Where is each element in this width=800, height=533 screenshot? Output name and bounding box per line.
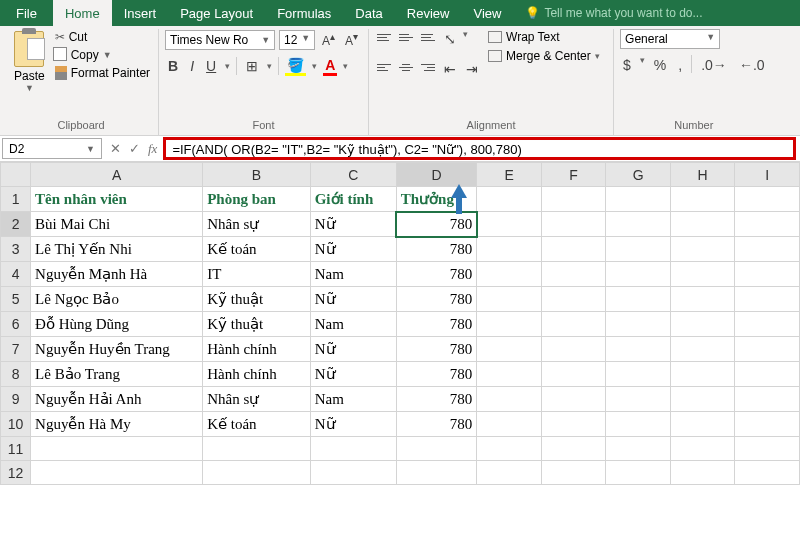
cell-H3[interactable]: [670, 237, 735, 262]
underline-button[interactable]: U: [203, 56, 219, 76]
tab-page-layout[interactable]: Page Layout: [168, 0, 265, 26]
col-head-D[interactable]: D: [396, 163, 477, 187]
cell-B6[interactable]: Kỹ thuật: [203, 312, 311, 337]
row-head-11[interactable]: 11: [1, 437, 31, 461]
cell-E9[interactable]: [477, 387, 542, 412]
row-head-2[interactable]: 2: [1, 212, 31, 237]
cell-E3[interactable]: [477, 237, 542, 262]
increase-font-button[interactable]: A▴: [319, 29, 338, 50]
row-head-3[interactable]: 3: [1, 237, 31, 262]
cell-E1[interactable]: [477, 187, 542, 212]
cut-button[interactable]: ✂Cut: [53, 29, 152, 45]
cell-B10[interactable]: Kế toán: [203, 412, 311, 437]
cell-E6[interactable]: [477, 312, 542, 337]
align-bottom-button[interactable]: [419, 29, 437, 45]
cell-F10[interactable]: [541, 412, 606, 437]
tab-data[interactable]: Data: [343, 0, 394, 26]
col-head-G[interactable]: G: [606, 163, 671, 187]
align-center-button[interactable]: [397, 59, 415, 75]
cell-C2[interactable]: Nữ: [310, 212, 396, 237]
cell-G8[interactable]: [606, 362, 671, 387]
cell-A1[interactable]: Tên nhân viên: [31, 187, 203, 212]
cell-F12[interactable]: [541, 461, 606, 485]
cell-I4[interactable]: [735, 262, 800, 287]
cell-G12[interactable]: [606, 461, 671, 485]
cell-B2[interactable]: Nhân sự: [203, 212, 311, 237]
cell-A7[interactable]: Nguyễn Huyền Trang: [31, 337, 203, 362]
fx-icon[interactable]: fx: [148, 141, 157, 157]
cell-I3[interactable]: [735, 237, 800, 262]
decrease-font-button[interactable]: A▾: [342, 29, 361, 50]
cell-E4[interactable]: [477, 262, 542, 287]
cell-H8[interactable]: [670, 362, 735, 387]
enter-formula-icon[interactable]: ✓: [129, 141, 140, 156]
cell-A4[interactable]: Nguyễn Mạnh Hà: [31, 262, 203, 287]
cell-C12[interactable]: [310, 461, 396, 485]
cell-I7[interactable]: [735, 337, 800, 362]
cell-B12[interactable]: [203, 461, 311, 485]
formula-input[interactable]: =IF(AND( OR(B2= "IT",B2= "Kỹ thuật"), C2…: [163, 137, 796, 160]
align-top-button[interactable]: [375, 29, 393, 45]
cell-G11[interactable]: [606, 437, 671, 461]
tell-me[interactable]: 💡Tell me what you want to do...: [513, 0, 714, 26]
cell-E2[interactable]: [477, 212, 542, 237]
cell-E10[interactable]: [477, 412, 542, 437]
row-head-1[interactable]: 1: [1, 187, 31, 212]
cell-C11[interactable]: [310, 437, 396, 461]
cell-E5[interactable]: [477, 287, 542, 312]
cell-F9[interactable]: [541, 387, 606, 412]
name-box[interactable]: D2▼: [2, 138, 102, 159]
row-head-6[interactable]: 6: [1, 312, 31, 337]
cell-A12[interactable]: [31, 461, 203, 485]
cell-A8[interactable]: Lê Bảo Trang: [31, 362, 203, 387]
cell-B8[interactable]: Hành chính: [203, 362, 311, 387]
cell-D3[interactable]: 780: [396, 237, 477, 262]
cell-G7[interactable]: [606, 337, 671, 362]
cell-C6[interactable]: Nam: [310, 312, 396, 337]
cell-C4[interactable]: Nam: [310, 262, 396, 287]
cell-E11[interactable]: [477, 437, 542, 461]
row-head-4[interactable]: 4: [1, 262, 31, 287]
col-head-E[interactable]: E: [477, 163, 542, 187]
cell-H2[interactable]: [670, 212, 735, 237]
tab-file[interactable]: File: [0, 0, 53, 26]
cell-D10[interactable]: 780: [396, 412, 477, 437]
cell-D5[interactable]: 780: [396, 287, 477, 312]
cell-H1[interactable]: [670, 187, 735, 212]
cancel-formula-icon[interactable]: ✕: [110, 141, 121, 156]
italic-button[interactable]: I: [187, 56, 197, 76]
cell-F5[interactable]: [541, 287, 606, 312]
row-head-5[interactable]: 5: [1, 287, 31, 312]
cell-G1[interactable]: [606, 187, 671, 212]
cell-D11[interactable]: [396, 437, 477, 461]
decrease-decimal-button[interactable]: ←.0: [736, 55, 768, 75]
cell-D7[interactable]: 780: [396, 337, 477, 362]
cell-H12[interactable]: [670, 461, 735, 485]
spreadsheet-grid[interactable]: ABCDEFGHI1Tên nhân viênPhòng banGiới tín…: [0, 162, 800, 485]
cell-D9[interactable]: 780: [396, 387, 477, 412]
increase-indent-button[interactable]: ⇥: [463, 59, 481, 79]
col-head-A[interactable]: A: [31, 163, 203, 187]
cell-I9[interactable]: [735, 387, 800, 412]
cell-H9[interactable]: [670, 387, 735, 412]
col-head-I[interactable]: I: [735, 163, 800, 187]
row-head-12[interactable]: 12: [1, 461, 31, 485]
cell-B5[interactable]: Kỹ thuật: [203, 287, 311, 312]
select-all-corner[interactable]: [1, 163, 31, 187]
cell-I1[interactable]: [735, 187, 800, 212]
cell-D6[interactable]: 780: [396, 312, 477, 337]
cell-I8[interactable]: [735, 362, 800, 387]
cell-F6[interactable]: [541, 312, 606, 337]
increase-decimal-button[interactable]: .0→: [698, 55, 730, 75]
cell-I11[interactable]: [735, 437, 800, 461]
fill-color-button[interactable]: 🪣: [285, 57, 306, 76]
cell-H10[interactable]: [670, 412, 735, 437]
cell-I12[interactable]: [735, 461, 800, 485]
cell-E8[interactable]: [477, 362, 542, 387]
font-size-select[interactable]: 12▼: [279, 30, 315, 50]
font-color-button[interactable]: A: [323, 57, 337, 76]
cell-E12[interactable]: [477, 461, 542, 485]
borders-button[interactable]: ⊞: [243, 56, 261, 76]
cell-H11[interactable]: [670, 437, 735, 461]
align-right-button[interactable]: [419, 59, 437, 75]
